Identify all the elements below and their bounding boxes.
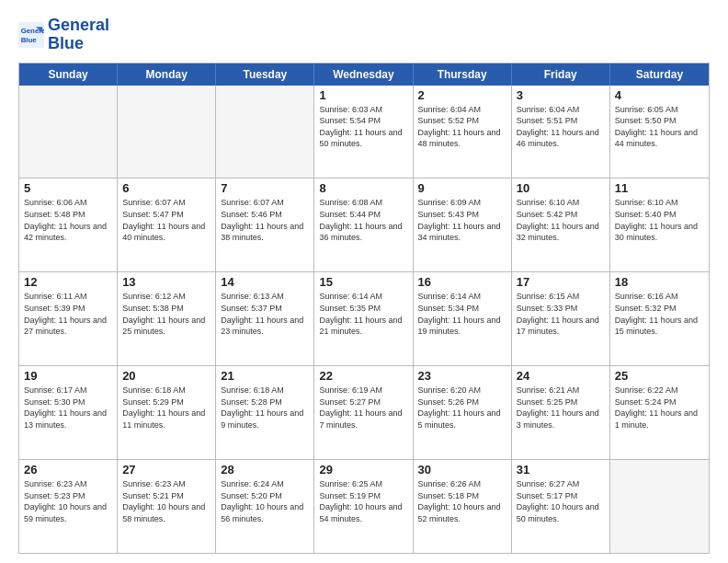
calendar-row-2: 5Sunrise: 6:06 AM Sunset: 5:48 PM Daylig… xyxy=(19,178,709,272)
day-cell-19: 19Sunrise: 6:17 AM Sunset: 5:30 PM Dayli… xyxy=(19,366,118,459)
cell-info: Sunrise: 6:26 AM Sunset: 5:18 PM Dayligh… xyxy=(418,478,506,524)
day-cell-28: 28Sunrise: 6:24 AM Sunset: 5:20 PM Dayli… xyxy=(216,460,314,553)
day-number: 18 xyxy=(615,275,704,289)
header-day-wednesday: Wednesday xyxy=(314,63,413,86)
day-number: 1 xyxy=(319,88,407,102)
day-cell-24: 24Sunrise: 6:21 AM Sunset: 5:25 PM Dayli… xyxy=(512,366,610,459)
cell-info: Sunrise: 6:18 AM Sunset: 5:28 PM Dayligh… xyxy=(221,385,309,431)
cell-info: Sunrise: 6:20 AM Sunset: 5:26 PM Dayligh… xyxy=(418,385,506,431)
day-number: 19 xyxy=(24,369,112,383)
header-day-thursday: Thursday xyxy=(414,63,512,86)
day-cell-9: 9Sunrise: 6:09 AM Sunset: 5:43 PM Daylig… xyxy=(414,178,512,271)
cell-info: Sunrise: 6:21 AM Sunset: 5:25 PM Dayligh… xyxy=(517,385,605,431)
calendar-row-3: 12Sunrise: 6:11 AM Sunset: 5:39 PM Dayli… xyxy=(19,272,709,366)
calendar-row-5: 26Sunrise: 6:23 AM Sunset: 5:23 PM Dayli… xyxy=(19,460,709,553)
day-number: 8 xyxy=(319,181,407,195)
day-cell-11: 11Sunrise: 6:10 AM Sunset: 5:40 PM Dayli… xyxy=(610,178,709,271)
day-cell-2: 2Sunrise: 6:04 AM Sunset: 5:52 PM Daylig… xyxy=(414,86,512,178)
day-cell-7: 7Sunrise: 6:07 AM Sunset: 5:46 PM Daylig… xyxy=(216,178,314,271)
cell-info: Sunrise: 6:11 AM Sunset: 5:39 PM Dayligh… xyxy=(24,291,112,337)
day-number: 5 xyxy=(24,181,112,195)
day-cell-25: 25Sunrise: 6:22 AM Sunset: 5:24 PM Dayli… xyxy=(610,366,709,459)
day-number: 13 xyxy=(122,275,210,289)
cell-info: Sunrise: 6:04 AM Sunset: 5:51 PM Dayligh… xyxy=(517,104,605,150)
day-cell-21: 21Sunrise: 6:18 AM Sunset: 5:28 PM Dayli… xyxy=(216,366,314,459)
logo-icon: General Blue xyxy=(18,22,44,48)
cell-info: Sunrise: 6:06 AM Sunset: 5:48 PM Dayligh… xyxy=(24,197,112,243)
cell-info: Sunrise: 6:15 AM Sunset: 5:33 PM Dayligh… xyxy=(517,291,605,337)
day-number: 7 xyxy=(221,181,309,195)
cell-info: Sunrise: 6:08 AM Sunset: 5:44 PM Dayligh… xyxy=(319,197,407,243)
cell-info: Sunrise: 6:18 AM Sunset: 5:29 PM Dayligh… xyxy=(122,385,210,431)
day-number: 14 xyxy=(221,275,309,289)
cell-info: Sunrise: 6:24 AM Sunset: 5:20 PM Dayligh… xyxy=(221,478,309,524)
empty-cell xyxy=(216,86,314,178)
cell-info: Sunrise: 6:23 AM Sunset: 5:21 PM Dayligh… xyxy=(122,478,210,524)
day-cell-13: 13Sunrise: 6:12 AM Sunset: 5:38 PM Dayli… xyxy=(118,272,216,365)
day-cell-20: 20Sunrise: 6:18 AM Sunset: 5:29 PM Dayli… xyxy=(118,366,216,459)
day-cell-14: 14Sunrise: 6:13 AM Sunset: 5:37 PM Dayli… xyxy=(216,272,314,365)
header-day-friday: Friday xyxy=(512,63,610,86)
day-cell-16: 16Sunrise: 6:14 AM Sunset: 5:34 PM Dayli… xyxy=(414,272,512,365)
day-number: 22 xyxy=(319,369,407,383)
day-number: 25 xyxy=(615,369,704,383)
day-cell-31: 31Sunrise: 6:27 AM Sunset: 5:17 PM Dayli… xyxy=(512,460,610,553)
day-number: 12 xyxy=(24,275,112,289)
cell-info: Sunrise: 6:14 AM Sunset: 5:35 PM Dayligh… xyxy=(319,291,407,337)
day-cell-22: 22Sunrise: 6:19 AM Sunset: 5:27 PM Dayli… xyxy=(314,366,413,459)
day-cell-3: 3Sunrise: 6:04 AM Sunset: 5:51 PM Daylig… xyxy=(512,86,610,178)
day-number: 21 xyxy=(221,369,309,383)
svg-text:Blue: Blue xyxy=(21,36,38,44)
cell-info: Sunrise: 6:19 AM Sunset: 5:27 PM Dayligh… xyxy=(319,385,407,431)
day-cell-4: 4Sunrise: 6:05 AM Sunset: 5:50 PM Daylig… xyxy=(610,86,709,178)
cell-info: Sunrise: 6:17 AM Sunset: 5:30 PM Dayligh… xyxy=(24,385,112,431)
empty-cell xyxy=(118,86,216,178)
calendar-row-4: 19Sunrise: 6:17 AM Sunset: 5:30 PM Dayli… xyxy=(19,366,709,460)
day-cell-27: 27Sunrise: 6:23 AM Sunset: 5:21 PM Dayli… xyxy=(118,460,216,553)
cell-info: Sunrise: 6:09 AM Sunset: 5:43 PM Dayligh… xyxy=(418,197,506,243)
day-number: 16 xyxy=(418,275,506,289)
header-day-monday: Monday xyxy=(118,63,216,86)
cell-info: Sunrise: 6:10 AM Sunset: 5:40 PM Dayligh… xyxy=(615,197,704,243)
calendar-row-1: 1Sunrise: 6:03 AM Sunset: 5:54 PM Daylig… xyxy=(19,86,709,179)
cell-info: Sunrise: 6:03 AM Sunset: 5:54 PM Dayligh… xyxy=(319,104,407,150)
header-day-saturday: Saturday xyxy=(610,63,709,86)
logo-text-general: General xyxy=(48,17,109,35)
empty-cell xyxy=(19,86,118,178)
cell-info: Sunrise: 6:04 AM Sunset: 5:52 PM Dayligh… xyxy=(418,104,506,150)
day-cell-30: 30Sunrise: 6:26 AM Sunset: 5:18 PM Dayli… xyxy=(414,460,512,553)
header: General Blue General Blue xyxy=(18,17,710,53)
cell-info: Sunrise: 6:22 AM Sunset: 5:24 PM Dayligh… xyxy=(615,385,704,431)
day-number: 30 xyxy=(418,463,506,477)
day-number: 27 xyxy=(122,463,210,477)
day-number: 29 xyxy=(319,463,407,477)
header-day-sunday: Sunday xyxy=(19,63,118,86)
cell-info: Sunrise: 6:12 AM Sunset: 5:38 PM Dayligh… xyxy=(122,291,210,337)
cell-info: Sunrise: 6:05 AM Sunset: 5:50 PM Dayligh… xyxy=(615,104,704,150)
day-cell-23: 23Sunrise: 6:20 AM Sunset: 5:26 PM Dayli… xyxy=(414,366,512,459)
day-number: 20 xyxy=(122,369,210,383)
day-cell-26: 26Sunrise: 6:23 AM Sunset: 5:23 PM Dayli… xyxy=(19,460,118,553)
day-cell-12: 12Sunrise: 6:11 AM Sunset: 5:39 PM Dayli… xyxy=(19,272,118,365)
day-cell-5: 5Sunrise: 6:06 AM Sunset: 5:48 PM Daylig… xyxy=(19,178,118,271)
calendar-page: General Blue General Blue SundayMondayTu… xyxy=(0,0,728,563)
cell-info: Sunrise: 6:14 AM Sunset: 5:34 PM Dayligh… xyxy=(418,291,506,337)
logo: General Blue General Blue xyxy=(18,17,109,53)
calendar-header: SundayMondayTuesdayWednesdayThursdayFrid… xyxy=(19,63,709,86)
day-number: 26 xyxy=(24,463,112,477)
cell-info: Sunrise: 6:25 AM Sunset: 5:19 PM Dayligh… xyxy=(319,478,407,524)
header-day-tuesday: Tuesday xyxy=(216,63,314,86)
day-number: 31 xyxy=(517,463,605,477)
day-number: 9 xyxy=(418,181,506,195)
day-number: 28 xyxy=(221,463,309,477)
day-cell-8: 8Sunrise: 6:08 AM Sunset: 5:44 PM Daylig… xyxy=(314,178,413,271)
day-number: 17 xyxy=(517,275,605,289)
day-number: 24 xyxy=(517,369,605,383)
cell-info: Sunrise: 6:07 AM Sunset: 5:47 PM Dayligh… xyxy=(122,197,210,243)
day-cell-17: 17Sunrise: 6:15 AM Sunset: 5:33 PM Dayli… xyxy=(512,272,610,365)
calendar-body: 1Sunrise: 6:03 AM Sunset: 5:54 PM Daylig… xyxy=(19,86,709,553)
cell-info: Sunrise: 6:23 AM Sunset: 5:23 PM Dayligh… xyxy=(24,478,112,524)
day-cell-18: 18Sunrise: 6:16 AM Sunset: 5:32 PM Dayli… xyxy=(610,272,709,365)
day-number: 2 xyxy=(418,88,506,102)
cell-info: Sunrise: 6:16 AM Sunset: 5:32 PM Dayligh… xyxy=(615,291,704,337)
